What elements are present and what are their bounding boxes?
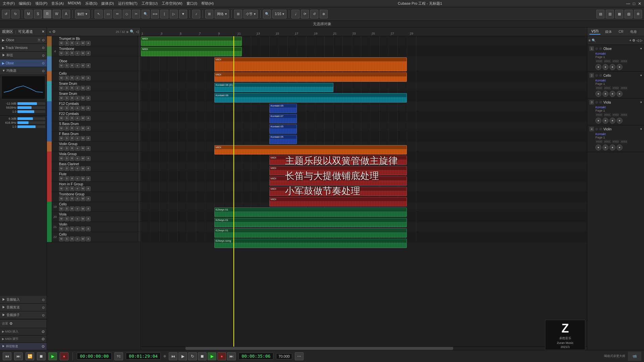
vsti-plugin-name[interactable]: Kontakt: [595, 106, 642, 109]
track-btn-m[interactable]: M: [59, 217, 64, 221]
search-btn[interactable]: 🔍: [263, 10, 271, 18]
vsti-plugin-name[interactable]: Kontakt: [595, 132, 642, 136]
track-btn-e[interactable]: e: [75, 86, 80, 90]
timeline-clip[interactable]: MIDI: [269, 176, 407, 186]
mode-a[interactable]: A: [62, 10, 70, 18]
track-btn-a[interactable]: A: [86, 206, 91, 211]
audio-input-header[interactable]: ▶ 音频输入 ⊙: [0, 296, 47, 303]
track-btn-a[interactable]: A: [86, 41, 91, 46]
track-btn-s[interactable]: S: [64, 217, 69, 221]
mode-m[interactable]: M: [24, 10, 33, 18]
vsti-dropdown[interactable]: ▾: [640, 127, 642, 131]
vsti-knob-3[interactable]: [609, 118, 615, 124]
vsti-knob-3[interactable]: [609, 91, 615, 97]
track-btn-e[interactable]: e: [75, 237, 80, 241]
track-btn-s[interactable]: S: [64, 136, 69, 141]
track-btn-m[interactable]: M: [59, 41, 64, 46]
oboe-section-header[interactable]: ▶ Oboe • ⊙: [0, 36, 47, 44]
audio-send-icon[interactable]: ⊙: [42, 306, 45, 309]
chord-track-icon[interactable]: ⊙: [42, 344, 45, 349]
track-btn-e[interactable]: e: [75, 206, 80, 211]
track-btn-vol[interactable]: W: [80, 41, 85, 46]
vsti-knob-2[interactable]: [602, 91, 608, 97]
timeline-clip[interactable]: MIDI: [141, 47, 242, 56]
hscroll-thumb[interactable]: [185, 347, 453, 350]
track-btn-vol[interactable]: W: [80, 86, 85, 90]
track-btn-s[interactable]: S: [64, 106, 69, 111]
track-btn-vol[interactable]: W: [80, 76, 85, 80]
track-btn-r[interactable]: R: [70, 126, 74, 131]
track-btn-s[interactable]: S: [64, 206, 69, 211]
track-btn-s[interactable]: S: [64, 41, 69, 46]
timeline-clip[interactable]: Kontakt 05: [269, 104, 297, 113]
timeline-clip[interactable]: MIDI: [214, 57, 407, 71]
track-btn-vol[interactable]: W: [80, 146, 85, 151]
menu-edit[interactable]: 编辑(E): [19, 1, 31, 6]
mode-r[interactable]: R: [43, 10, 51, 18]
inspector-close[interactable]: ✕: [42, 29, 45, 34]
vsti-knob-1[interactable]: [595, 144, 601, 150]
track-btn-r[interactable]: R: [70, 237, 74, 241]
menu-studio[interactable]: 工作室(U): [142, 1, 158, 6]
vsti-instrument-name[interactable]: Oboe: [603, 47, 639, 51]
timeline-clip[interactable]: MIDI: [141, 37, 242, 46]
track-btn-e[interactable]: e: [75, 156, 80, 161]
track-btn-s[interactable]: S: [64, 227, 69, 231]
track-btn-e[interactable]: e: [75, 63, 80, 68]
track-btn-a[interactable]: A: [86, 217, 91, 221]
track-btn-a[interactable]: A: [86, 176, 91, 181]
track-btn-s[interactable]: S: [64, 126, 69, 131]
network-btn[interactable]: ⊞: [205, 10, 213, 18]
tab-cr[interactable]: CR: [616, 29, 625, 34]
timeline-clip[interactable]: EZkeys 01: [214, 207, 407, 217]
mode-s[interactable]: S: [34, 10, 42, 18]
menu-score[interactable]: 乐谱(S): [85, 1, 98, 6]
nav-prev[interactable]: ⏮: [169, 352, 177, 360]
track-btn-a[interactable]: A: [86, 227, 91, 231]
track-btn-vol[interactable]: W: [80, 166, 85, 171]
track-btn-a[interactable]: A: [86, 86, 91, 90]
track-btn-r[interactable]: R: [70, 63, 74, 68]
view-btn3[interactable]: ▦: [615, 10, 623, 18]
track-btn-m[interactable]: M: [59, 156, 64, 161]
vsti-knob-4[interactable]: [616, 144, 623, 150]
erase-tool[interactable]: ◇: [123, 10, 131, 18]
track-btn-a[interactable]: A: [86, 166, 91, 171]
vsti-search[interactable]: 🔍: [592, 39, 596, 42]
vsti-dropdown[interactable]: ▾: [640, 47, 642, 50]
select-tool[interactable]: ▭: [104, 10, 112, 18]
track-btn-a[interactable]: A: [86, 51, 91, 56]
cut-tool[interactable]: ✂: [132, 10, 140, 18]
track-btn-a[interactable]: A: [86, 96, 91, 101]
transport-more[interactable]: ⋯: [295, 352, 304, 360]
menu-workspace[interactable]: 工作空间(W): [162, 1, 182, 6]
sync-btn[interactable]: ⟳: [301, 10, 309, 18]
track-btn-e[interactable]: e: [75, 76, 80, 80]
track-btn-e[interactable]: e: [75, 41, 80, 46]
track-btn-vol[interactable]: W: [80, 116, 85, 121]
audio-input-icon[interactable]: ⊙: [42, 298, 45, 302]
nav-loop[interactable]: ↻: [188, 352, 197, 360]
touch-dropdown[interactable]: 触控 ▾: [75, 10, 90, 18]
track-btn-e[interactable]: e: [75, 166, 80, 171]
click-btn[interactable]: ⊕: [320, 10, 328, 18]
track-btn-e[interactable]: e: [75, 106, 80, 111]
oboe-btn[interactable]: •: [38, 38, 41, 42]
menu-file[interactable]: 文件(F): [3, 1, 15, 6]
chord-icon[interactable]: ⊙: [42, 54, 45, 57]
vsti-knob-4[interactable]: [616, 118, 623, 124]
draw-tool[interactable]: ✏: [113, 10, 121, 18]
nav-play3[interactable]: ▶: [208, 352, 216, 360]
oboe2-icon[interactable]: ⊙: [42, 61, 45, 65]
track-btn-vol[interactable]: W: [80, 176, 85, 181]
audio-plugin-icon[interactable]: ⊙: [42, 313, 45, 317]
track-btn-e[interactable]: e: [75, 146, 80, 151]
menu-audio[interactable]: 音乐(A): [51, 1, 64, 6]
tab-vsti[interactable]: VSTi: [589, 29, 600, 35]
transport-stop[interactable]: ⏹: [37, 352, 46, 360]
track-btn-e[interactable]: e: [75, 116, 80, 121]
menu-bar[interactable]: 文件(F) 编辑(E) 项目(P) 音乐(A) MIDI(M) 乐谱(S) 媒体…: [3, 1, 214, 6]
timeline-clip[interactable]: EZkeys song: [214, 239, 407, 248]
track-btn-r[interactable]: R: [70, 176, 74, 181]
vsti-knob-2[interactable]: [602, 64, 608, 70]
